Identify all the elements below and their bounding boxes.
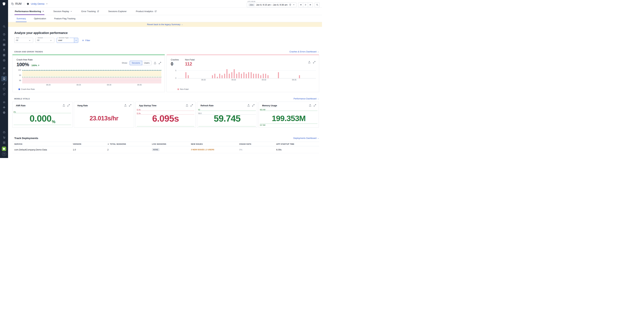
rum-icon[interactable] [1,76,7,81]
chart-legend[interactable]: Non-Fatal [178,88,188,90]
export-icon[interactable] [247,104,250,107]
col-version[interactable]: VERSION [73,143,107,145]
export-icon[interactable] [62,104,65,107]
col-app-startup-time[interactable]: APP STARTUP TIME [276,143,319,145]
export-icon[interactable] [308,61,311,64]
non-fatal-bar [214,74,215,78]
synthetics-icon[interactable] [1,92,7,97]
export-icon[interactable] [309,104,312,107]
table-row[interactable]: com.DefaultCompany.Demo-Data 1.0 2 NONE … [12,146,319,153]
org-avatar[interactable] [2,147,6,151]
export-icon[interactable] [154,62,156,64]
top-header: RUM | Unity Demo UTC-05:00 23m Jan 8, 9:… [8,0,322,8]
duration-badge: 23m [248,3,254,6]
axis-label: 11.6s [136,109,141,111]
refresh-rate-card: Refresh Rate 60 58.8 59.745 [197,102,257,128]
non-fatal-bar-chart[interactable]: 5 0 [178,69,316,78]
crashes-errors-dashboard-link[interactable]: Crashes & Errors Dashboard → [290,50,319,53]
expand-icon[interactable] [129,104,132,107]
col-crash-rate[interactable]: CRASH RATE [239,143,276,145]
apm-icon[interactable] [1,58,7,63]
datadog-logo-icon[interactable] [0,0,8,8]
col-service[interactable]: SERVICE [14,143,73,145]
play-button[interactable] [303,2,308,7]
export-icon[interactable] [124,104,127,107]
logs-icon[interactable] [1,71,7,76]
tab-sessions-explorer[interactable]: Sessions Explorer [108,8,127,15]
time-range-selector[interactable]: 23m Jan 8, 9:15 am – Jan 8, 9:38 am [247,2,296,7]
deployments-dashboard-link[interactable]: Deployments Dashboard → [293,137,319,139]
skip-back-button[interactable] [298,2,303,7]
target-line-100 [22,70,161,70]
app-switcher[interactable]: Unity Demo [31,2,44,5]
expand-icon[interactable] [67,104,70,107]
toggle-sessions-button[interactable]: Sessions [130,61,142,65]
x-axis-tick: 09:25 [76,84,81,86]
infrastructure-icon[interactable] [1,53,7,58]
software-delivery-icon[interactable] [1,110,7,115]
cell-new-issues[interactable]: 3 NEW ISSUES | 2 USERS [191,149,239,151]
expand-icon[interactable] [158,62,161,64]
tab-error-tracking[interactable]: Error Tracking [82,8,99,15]
card-title[interactable]: Refresh Rate [200,104,214,107]
skip-forward-button[interactable] [308,2,313,7]
crash-free-value: 100% [16,62,29,67]
app-startup-time-value: 6.095s [136,110,196,127]
expand-icon[interactable] [190,104,193,107]
service-catalog-icon[interactable] [1,66,7,71]
integrations-icon[interactable] [1,130,7,135]
subtab-feature-flag-tracking[interactable]: Feature Flag Tracking [54,15,76,22]
plus-icon [82,39,84,41]
non-fatal-bar [222,75,222,78]
col-new-issues[interactable]: NEW ISSUES [191,143,239,145]
chart-legend[interactable]: Crash-free Rate [18,88,35,90]
revert-legacy-link[interactable]: Revert back to the legacy Summary → [147,23,183,26]
search-icon[interactable] [1,24,7,29]
col-live-sessions[interactable]: LIVE SESSIONS [152,143,191,145]
error-tracking-icon[interactable] [1,100,7,105]
tab-performance-monitoring[interactable]: Performance Monitoring [15,8,44,15]
card-title[interactable]: ANR Rate [16,104,26,107]
non-fatal-bar [278,72,279,78]
axis-label: 483.4M [260,109,265,111]
non-fatal-bar [251,72,252,78]
chevron-down-icon[interactable] [46,3,48,5]
expand-icon[interactable] [252,104,255,107]
card-title[interactable]: App Startup Time [139,104,156,107]
card-title[interactable]: Hang Rate [78,104,88,107]
watchdog-icon[interactable] [1,47,7,53]
apps-icon[interactable] [1,140,7,145]
crashes-value: 0 [171,61,179,67]
help-icon[interactable]: ? [2,152,6,156]
tab-session-replay[interactable]: Session Replay [53,8,72,15]
zoom-out-button[interactable] [314,2,320,7]
non-fatal-bar [241,74,242,78]
crash-free-rate-chart[interactable]: 100 99 98 [22,70,161,83]
pin-icon[interactable] [289,4,292,6]
security-icon[interactable] [1,86,7,92]
marketplace-icon[interactable] [1,135,7,140]
expand-icon[interactable] [314,104,316,107]
expand-icon[interactable] [313,61,316,64]
subtab-summary[interactable]: Summary [16,15,26,22]
env-select[interactable]: Env All [14,38,33,43]
history-icon[interactable] [1,32,7,37]
crash-error-trends-section: CRASH AND ERROR TRENDS Crashes & Errors … [12,50,319,92]
version-select[interactable]: Version All [36,38,54,43]
crash-free-series-line [22,70,161,71]
toggle-users-button[interactable]: Users [142,61,152,65]
llm-observability-icon[interactable] [1,105,7,110]
metrics-icon[interactable] [1,37,7,42]
ci-pipelines-icon[interactable] [1,81,7,86]
export-icon[interactable] [186,104,188,107]
add-filter-button[interactable]: Filter [82,39,90,42]
tab-product-analytics[interactable]: Product Analytics [136,8,157,15]
performance-dashboard-link[interactable]: Performance Dashboard → [294,98,319,100]
col-total-sessions[interactable]: TOTAL SESSIONS [107,143,152,145]
anr-rate-card: ANR Rate 0% 0.000% [12,102,72,128]
card-title[interactable]: Memory Usage [262,104,277,107]
caret-down-icon[interactable] [293,4,295,6]
dashboards-icon[interactable] [1,42,7,47]
session-type-select[interactable]: Session Type user [57,38,78,43]
subtab-optimization[interactable]: Optimization [33,15,47,22]
